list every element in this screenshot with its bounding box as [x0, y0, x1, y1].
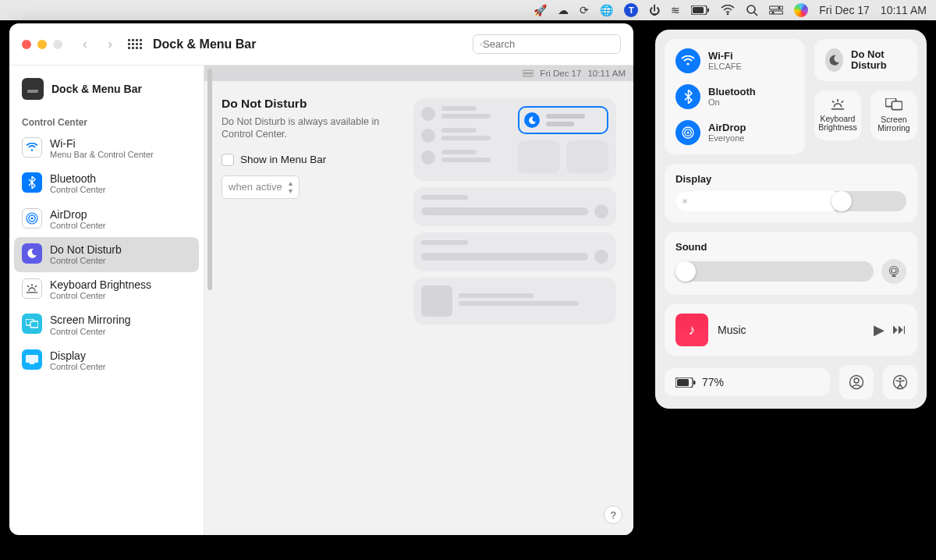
cc-battery-tile[interactable]: 77% — [665, 368, 830, 396]
cloud-icon[interactable]: ☁︎ — [558, 5, 569, 16]
cc-now-playing[interactable]: ♪ Music ▶ ⏭ — [665, 304, 917, 356]
show-in-menubar-checkbox[interactable] — [222, 154, 234, 166]
cc-bluetooth-toggle[interactable]: BluetoothOn — [675, 84, 794, 109]
help-button[interactable]: ? — [604, 505, 622, 524]
window-traffic-lights — [22, 40, 62, 49]
user-icon — [849, 374, 864, 390]
sidebar-item-do-not-disturb[interactable]: Do Not DisturbControl Center — [14, 237, 199, 272]
svg-point-10 — [480, 43, 483, 45]
next-button[interactable]: ⏭ — [892, 321, 906, 338]
power-icon[interactable]: ⏻ — [649, 5, 660, 16]
show-all-button[interactable] — [128, 39, 142, 49]
bolt-icon[interactable]: ≋ — [671, 5, 680, 16]
cc-accessibility-button[interactable] — [883, 365, 917, 399]
screen-mirroring-icon — [885, 98, 902, 111]
airplay-icon — [888, 265, 900, 278]
preview-dnd-highlight — [518, 106, 608, 134]
sidebar-item-bluetooth[interactable]: BluetoothControl Center — [14, 166, 199, 201]
cc-user-button[interactable] — [839, 365, 874, 399]
sidebar-item-screen-mirroring[interactable]: Screen MirroringControl Center — [14, 307, 199, 342]
svg-rect-25 — [30, 363, 34, 364]
sidebar-scrollbar[interactable] — [207, 69, 212, 290]
bluetooth-icon — [675, 84, 700, 109]
back-button[interactable]: ‹ — [78, 36, 92, 52]
rocket-icon[interactable]: 🚀 — [534, 5, 547, 16]
close-button[interactable] — [22, 40, 31, 49]
detail-description: Do Not Disturb is always available in Co… — [222, 115, 399, 141]
battery-icon — [675, 377, 696, 388]
svg-line-20 — [35, 285, 37, 287]
cc-airdrop-toggle[interactable]: AirDropEveryone — [675, 120, 794, 145]
svg-rect-41 — [677, 379, 689, 386]
svg-rect-42 — [693, 381, 696, 385]
sidebar-item-keyboard-brightness[interactable]: Keyboard BrightnessControl Center — [14, 272, 199, 307]
detail-title: Do Not Disturb — [222, 97, 399, 111]
keyboard-brightness-icon — [830, 99, 846, 110]
spotlight-icon[interactable] — [746, 4, 758, 16]
cc-display-card: Display ☀︎ — [665, 164, 917, 222]
siri-icon[interactable] — [794, 3, 808, 17]
svg-point-14 — [31, 149, 34, 151]
preview-cc-icon — [523, 69, 534, 77]
airdrop-icon — [22, 208, 42, 229]
cc-wifi-toggle[interactable]: Wi-FiELCAFE — [675, 48, 794, 73]
control-center-icon[interactable] — [769, 5, 783, 15]
forward-button[interactable]: › — [103, 36, 117, 52]
chevron-updown-icon: ▴▾ — [289, 179, 292, 195]
cc-keyboard-brightness[interactable]: Keyboard Brightness — [814, 90, 861, 140]
cc-sound-card: Sound 🔈 — [665, 232, 917, 295]
svg-point-46 — [899, 377, 901, 380]
system-prefs-window: ‹ › Dock & Menu Bar Dock & Menu Bar Cont… — [9, 23, 633, 535]
svg-rect-24 — [26, 355, 38, 363]
airdrop-icon — [675, 120, 700, 145]
battery-icon[interactable] — [691, 5, 710, 15]
screen-mirroring-icon — [22, 314, 42, 334]
battery-percentage: 77% — [702, 376, 724, 388]
sidebar-item-airdrop[interactable]: AirDropControl Center — [14, 202, 199, 237]
when-active-dropdown[interactable]: when active ▴▾ — [222, 175, 300, 199]
svg-line-33 — [832, 101, 834, 102]
svg-rect-27 — [523, 74, 534, 76]
bluetooth-icon — [22, 172, 42, 193]
menubar-date[interactable]: Fri Dec 17 — [819, 4, 870, 16]
minimize-button[interactable] — [37, 40, 47, 49]
cc-sound-slider[interactable]: 🔈 — [675, 261, 874, 282]
cc-screen-mirroring[interactable]: Screen Mirroring — [870, 90, 917, 140]
search-input[interactable] — [483, 38, 614, 50]
sidebar-item-display[interactable]: DisplayControl Center — [14, 343, 199, 378]
svg-point-43 — [850, 376, 863, 389]
svg-point-44 — [854, 378, 859, 383]
wifi-icon[interactable] — [721, 5, 735, 16]
zoom-button[interactable] — [53, 40, 62, 49]
app-t-icon[interactable]: T — [624, 3, 638, 17]
sidebar[interactable]: Dock & Menu Bar Control Center Wi-FiMenu… — [9, 66, 204, 535]
cc-connectivity-tile: Wi-FiELCAFE BluetoothOn AirDropEveryone — [665, 39, 805, 154]
svg-point-39 — [892, 268, 896, 273]
main-pane: Fri Dec 17 10:11 AM Do Not Disturb Do No… — [204, 66, 633, 535]
svg-point-7 — [778, 6, 781, 9]
cc-display-slider[interactable]: ☀︎ — [675, 191, 906, 211]
cc-dnd-toggle[interactable]: Do Not Disturb — [814, 39, 917, 81]
wifi-icon — [22, 137, 42, 158]
dock-menubar-icon — [22, 78, 44, 100]
sidebar-top-dock-menubar[interactable]: Dock & Menu Bar — [14, 72, 199, 112]
search-field[interactable] — [473, 34, 621, 54]
cc-airplay-audio-button[interactable] — [881, 259, 906, 284]
svg-rect-23 — [30, 321, 38, 328]
svg-point-31 — [686, 131, 689, 133]
svg-line-5 — [754, 12, 757, 16]
svg-rect-1 — [693, 7, 704, 13]
svg-point-4 — [747, 5, 755, 13]
svg-line-19 — [27, 285, 29, 287]
cc-preview — [413, 98, 616, 331]
svg-rect-8 — [769, 11, 783, 14]
globe-icon[interactable]: 🌐 — [600, 5, 613, 16]
svg-rect-37 — [892, 101, 902, 110]
sidebar-item-wifi[interactable]: Wi-FiMenu Bar & Control Center — [14, 131, 199, 166]
sync-icon[interactable]: ⟳ — [580, 5, 589, 16]
svg-rect-6 — [769, 6, 783, 9]
menubar-time[interactable]: 10:11 AM — [881, 4, 927, 16]
control-center-panel: Wi-FiELCAFE BluetoothOn AirDropEveryone … — [655, 30, 927, 409]
svg-point-3 — [727, 13, 729, 16]
play-button[interactable]: ▶ — [874, 321, 885, 338]
